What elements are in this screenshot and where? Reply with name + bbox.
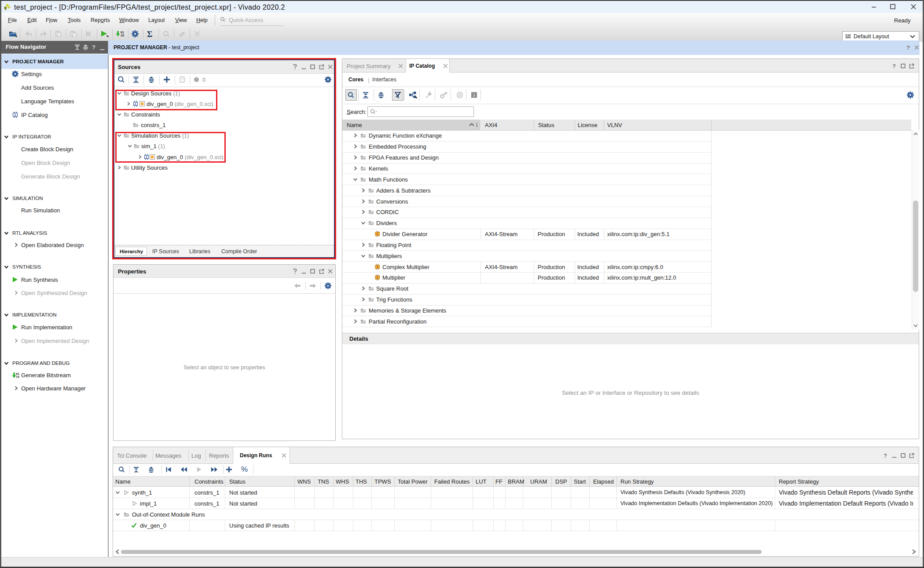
svg-text:10: 10	[121, 34, 124, 37]
svg-text:i: i	[473, 93, 475, 98]
svg-text:1: 1	[476, 123, 478, 127]
svg-text:?: ?	[181, 77, 183, 82]
svg-text:01: 01	[121, 31, 124, 34]
svg-text:10: 10	[16, 376, 19, 378]
svg-text:01: 01	[16, 373, 19, 376]
